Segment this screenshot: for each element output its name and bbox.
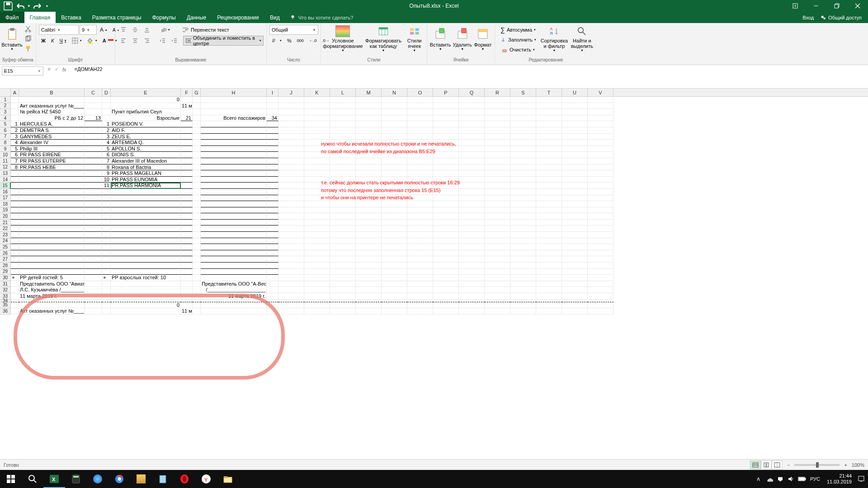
share-button[interactable]: Общий доступ xyxy=(820,14,862,21)
cell[interactable] xyxy=(181,244,193,250)
cell[interactable] xyxy=(201,244,267,250)
cell[interactable] xyxy=(536,238,562,244)
cell[interactable] xyxy=(459,220,485,226)
cell[interactable] xyxy=(356,103,382,109)
cell[interactable] xyxy=(510,225,536,232)
task-app-1-icon[interactable] xyxy=(87,470,108,488)
cell[interactable] xyxy=(181,158,193,164)
cell[interactable] xyxy=(330,238,356,244)
cell[interactable] xyxy=(278,97,304,103)
cell[interactable] xyxy=(562,281,588,287)
cell[interactable] xyxy=(267,293,278,300)
cell[interactable] xyxy=(11,225,19,232)
cell[interactable] xyxy=(11,177,19,183)
cell[interactable] xyxy=(102,225,111,232)
cell[interactable] xyxy=(485,293,510,300)
cell[interactable] xyxy=(11,213,19,220)
col-header-V[interactable]: V xyxy=(588,89,613,96)
cell[interactable] xyxy=(330,121,356,127)
cell[interactable] xyxy=(304,287,330,293)
cell[interactable] xyxy=(85,213,102,220)
cell[interactable] xyxy=(11,238,19,244)
cell[interactable] xyxy=(562,127,588,134)
cell[interactable] xyxy=(536,115,562,122)
cell[interactable] xyxy=(11,293,19,300)
cell[interactable] xyxy=(382,207,407,214)
cell[interactable] xyxy=(485,287,510,293)
cell[interactable] xyxy=(19,250,85,257)
cell[interactable] xyxy=(278,207,304,214)
cell[interactable] xyxy=(562,250,588,257)
cell[interactable] xyxy=(562,109,588,115)
col-header-H[interactable]: H xyxy=(201,89,267,96)
cell[interactable] xyxy=(536,146,562,152)
cell[interactable] xyxy=(201,140,267,146)
view-page-layout-button[interactable] xyxy=(761,460,772,469)
cell[interactable] xyxy=(459,183,485,189)
cell[interactable] xyxy=(588,220,613,226)
col-header-T[interactable]: T xyxy=(536,89,562,96)
cell[interactable] xyxy=(111,213,181,220)
cell[interactable] xyxy=(102,244,111,250)
row-header[interactable]: 2 xyxy=(0,103,11,109)
cell[interactable] xyxy=(407,201,433,207)
cell[interactable] xyxy=(485,134,510,140)
cell[interactable] xyxy=(304,244,330,250)
cell[interactable]: 6 xyxy=(11,152,19,158)
cell[interactable] xyxy=(181,109,193,115)
cell[interactable] xyxy=(382,287,407,293)
cell[interactable] xyxy=(330,220,356,226)
font-name-combo[interactable]: Calibri▼ xyxy=(39,25,79,35)
cell[interactable] xyxy=(588,250,613,257)
cell[interactable] xyxy=(485,308,510,314)
cell[interactable] xyxy=(193,158,201,164)
cell[interactable] xyxy=(510,97,536,103)
cell[interactable] xyxy=(267,207,278,214)
cell[interactable] xyxy=(536,213,562,220)
cell[interactable]: PR.PASS HEBE xyxy=(19,164,85,171)
cell[interactable] xyxy=(459,250,485,257)
cell[interactable]: 21 xyxy=(181,115,193,122)
cell[interactable] xyxy=(407,293,433,300)
cell[interactable] xyxy=(181,146,193,152)
cell[interactable] xyxy=(459,97,485,103)
cell[interactable]: HERCULES A. xyxy=(19,121,85,127)
cell[interactable] xyxy=(181,170,193,177)
save-button[interactable] xyxy=(3,1,14,11)
accept-formula-icon[interactable]: ✓ xyxy=(55,66,59,72)
cell[interactable] xyxy=(433,115,459,122)
cell[interactable] xyxy=(459,207,485,214)
cell[interactable] xyxy=(510,158,536,164)
cell[interactable] xyxy=(19,220,85,226)
cell[interactable] xyxy=(193,97,201,103)
cell[interactable] xyxy=(536,287,562,293)
cell[interactable] xyxy=(304,97,330,103)
paste-button[interactable]: Вставить▼ xyxy=(2,24,22,54)
cell[interactable] xyxy=(459,140,485,146)
cell[interactable] xyxy=(278,140,304,146)
cell[interactable] xyxy=(382,302,407,309)
cell[interactable] xyxy=(407,109,433,115)
row-header[interactable]: 28 xyxy=(0,263,11,269)
cell[interactable] xyxy=(536,232,562,238)
cell[interactable] xyxy=(382,269,407,275)
cell[interactable] xyxy=(278,308,304,314)
cell[interactable] xyxy=(181,232,193,238)
cell[interactable] xyxy=(356,238,382,244)
cell[interactable]: 3 xyxy=(11,134,19,140)
cell[interactable] xyxy=(181,177,193,183)
cell[interactable] xyxy=(267,103,278,109)
cell[interactable] xyxy=(485,103,510,109)
cell[interactable] xyxy=(382,256,407,263)
cell[interactable] xyxy=(356,275,382,281)
task-excel-icon[interactable]: X xyxy=(43,470,65,488)
cell[interactable] xyxy=(102,103,111,109)
cell[interactable] xyxy=(102,263,111,269)
formula-input[interactable]: =ДОМ!AH22 xyxy=(73,66,868,75)
cell[interactable] xyxy=(536,281,562,287)
cell[interactable] xyxy=(102,269,111,275)
cell[interactable] xyxy=(304,109,330,115)
cell[interactable]: 2 xyxy=(11,127,19,134)
cell[interactable] xyxy=(485,263,510,269)
cell[interactable] xyxy=(11,195,19,202)
